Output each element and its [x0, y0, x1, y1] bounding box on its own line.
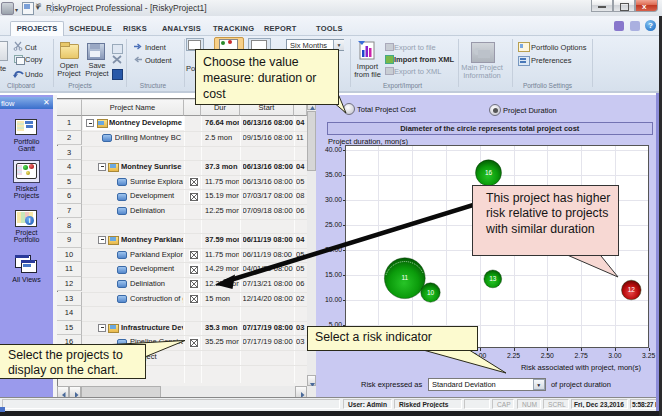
- svg-text:12: 12: [627, 286, 635, 293]
- svg-text:10: 10: [426, 289, 434, 296]
- svg-text:11: 11: [401, 274, 408, 281]
- svg-text:13: 13: [489, 275, 497, 282]
- svg-text:16: 16: [484, 169, 492, 176]
